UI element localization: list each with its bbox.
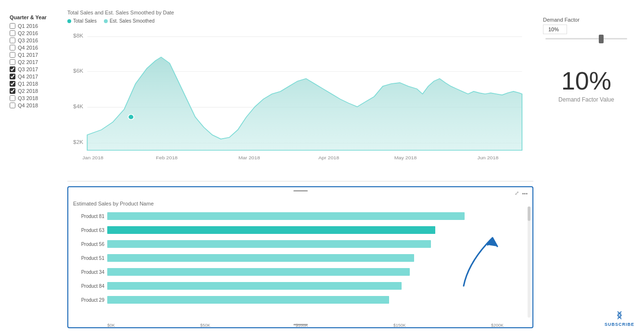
checkbox-10[interactable]	[10, 95, 15, 101]
checkbox-label-5: Q2 2017	[18, 59, 38, 65]
checkbox-label-3: Q4 2016	[18, 45, 38, 51]
checkbox-label-0: Q1 2016	[18, 23, 38, 29]
bar-label-1: Product 63	[73, 228, 104, 233]
bar-fill-4	[107, 268, 410, 276]
sidebar-item-1[interactable]: Q2 2016	[10, 30, 63, 36]
bar-label-6: Product 29	[73, 297, 104, 303]
sidebar-item-11[interactable]: Q4 2018	[10, 103, 63, 108]
checkbox-7[interactable]	[10, 74, 15, 79]
sidebar-item-9[interactable]: Q2 2018	[10, 88, 63, 94]
bar-label-3: Product 51	[73, 256, 104, 261]
bar-label-2: Product 56	[73, 242, 104, 247]
bar-fill-5	[107, 282, 402, 290]
main-container: Quarter & Year Q1 2016Q2 2016Q3 2016Q4 2…	[0, 0, 644, 334]
checkbox-label-4: Q1 2017	[18, 52, 38, 58]
area-chart-container: $8K $6K $4K $2K	[67, 27, 533, 181]
svg-text:Mar 2018: Mar 2018	[239, 155, 260, 160]
checkbox-label-6: Q3 2017	[18, 66, 38, 72]
subscribe-label[interactable]: SUBSCRIBE	[605, 322, 634, 327]
sidebar-item-5[interactable]: Q2 2017	[10, 59, 63, 65]
bar-label-5: Product 84	[73, 283, 104, 289]
svg-text:$4K: $4K	[73, 104, 84, 109]
slider-track[interactable]	[545, 38, 627, 39]
checkbox-5[interactable]	[10, 59, 15, 65]
checkbox-label-1: Q2 2016	[18, 30, 38, 36]
bar-fill-0	[107, 212, 465, 220]
legend-label-1: Est. Sales Smoothed	[110, 18, 154, 24]
sidebar-item-10[interactable]: Q3 2018	[10, 95, 63, 101]
slider-thumb[interactable]	[599, 35, 604, 43]
sidebar-item-4[interactable]: Q1 2017	[10, 52, 63, 58]
bar-label-4: Product 34	[73, 270, 104, 275]
sidebar-item-6[interactable]: Q3 2017	[10, 66, 63, 72]
checkbox-1[interactable]	[10, 30, 15, 36]
x-axis-label-4: $200K	[491, 323, 504, 328]
svg-text:May 2018: May 2018	[394, 155, 417, 160]
checkbox-2[interactable]	[10, 38, 15, 43]
svg-text:Jan 2018: Jan 2018	[82, 155, 103, 160]
legend-item-1: Est. Sales Smoothed	[104, 18, 154, 24]
legend-label-0: Total Sales	[73, 18, 97, 24]
panel-drag-handle[interactable]	[293, 190, 308, 192]
x-axis-label-0: $0K	[107, 323, 115, 328]
bottom-drag-handle[interactable]	[293, 324, 308, 325]
chart-title: Total Sales and Est. Sales Smoothed by D…	[67, 10, 533, 15]
sidebar: Quarter & Year Q1 2016Q2 2016Q3 2016Q4 2…	[10, 10, 63, 324]
x-axis-label-3: $150K	[393, 323, 406, 328]
bar-fill-3	[107, 254, 414, 262]
panel-icons: ⤢ •••	[515, 190, 528, 196]
svg-text:Apr 2018: Apr 2018	[318, 155, 340, 160]
bar-fill-2	[107, 240, 431, 248]
scrollbar-thumb[interactable]	[528, 206, 530, 221]
checkbox-11[interactable]	[10, 103, 15, 108]
bar-track-wrapper-6: $136K	[107, 296, 528, 304]
checkbox-4[interactable]	[10, 52, 15, 58]
sidebar-item-8[interactable]: Q1 2018	[10, 81, 63, 87]
arrow-svg	[454, 218, 521, 291]
checkbox-8[interactable]	[10, 81, 15, 87]
svg-text:$2K: $2K	[73, 140, 84, 145]
checkbox-label-11: Q4 2018	[18, 103, 38, 108]
checkbox-label-8: Q1 2018	[18, 81, 38, 87]
checkbox-label-9: Q2 2018	[18, 88, 38, 94]
subscribe-container[interactable]: SUBSCRIBE	[605, 310, 634, 327]
right-panel: Demand Factor 10% 10% Demand Factor Valu…	[538, 10, 634, 324]
demand-factor-big-value: 10%	[561, 68, 611, 93]
slider-container	[545, 38, 627, 39]
demand-factor-label: Demand Factor	[543, 17, 580, 23]
demand-factor-value-label: Demand Factor Value	[558, 96, 614, 103]
bar-row-6: Product 29$136K	[73, 294, 528, 306]
sidebar-item-0[interactable]: Q1 2016	[10, 23, 63, 29]
checkbox-label-7: Q4 2017	[18, 74, 38, 79]
legend-dot-1	[104, 19, 108, 23]
bar-fill-1	[107, 226, 435, 234]
checkbox-label-10: Q3 2018	[18, 95, 38, 101]
checkbox-3[interactable]	[10, 45, 15, 51]
dna-icon	[614, 310, 625, 321]
sidebar-item-3[interactable]: Q4 2016	[10, 45, 63, 51]
sidebar-title: Quarter & Year	[10, 14, 63, 20]
area-chart-svg: $8K $6K $4K $2K	[67, 27, 533, 181]
sidebar-item-7[interactable]: Q4 2017	[10, 74, 63, 79]
x-axis-label-1: $50K	[200, 323, 210, 328]
checkbox-0[interactable]	[10, 23, 15, 29]
more-icon[interactable]: •••	[522, 191, 528, 196]
bar-fill-6	[107, 296, 389, 304]
svg-text:Jun 2018: Jun 2018	[478, 155, 499, 160]
checkbox-label-2: Q3 2016	[18, 38, 38, 43]
legend-dot-0	[67, 19, 71, 23]
svg-text:$8K: $8K	[73, 33, 84, 39]
demand-factor-value-box: 10%	[543, 25, 567, 34]
svg-text:Feb 2018: Feb 2018	[156, 155, 177, 160]
checkbox-9[interactable]	[10, 88, 15, 94]
scrollbar[interactable]	[528, 206, 530, 318]
chart-legend: Total SalesEst. Sales Smoothed	[67, 18, 533, 24]
checkbox-6[interactable]	[10, 66, 15, 72]
bar-label-0: Product 81	[73, 214, 104, 219]
bar-chart-title: Estimated Sales by Product Name	[73, 201, 528, 206]
legend-item-0: Total Sales	[67, 18, 97, 24]
expand-icon[interactable]: ⤢	[515, 190, 519, 196]
top-chart-area: Total Sales and Est. Sales Smoothed by D…	[67, 10, 533, 181]
bar-track-6: $136K	[107, 296, 528, 304]
sidebar-item-2[interactable]: Q3 2016	[10, 38, 63, 43]
